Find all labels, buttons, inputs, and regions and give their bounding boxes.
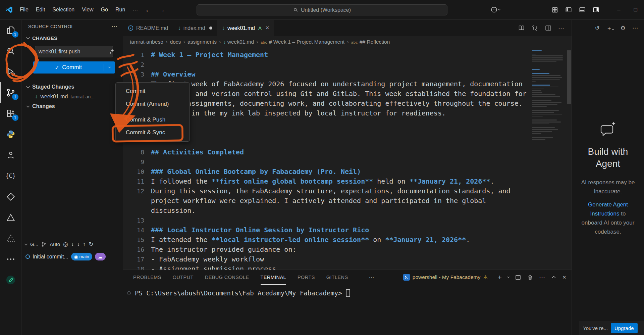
branch-badge[interactable]: ◉ main [71, 253, 92, 260]
more-actions-icon[interactable]: ⋯ [558, 25, 564, 32]
gitlens-activity-item[interactable] [0, 186, 21, 207]
menu-item-file[interactable]: File [16, 5, 32, 15]
breadcrumb-item[interactable]: assignments [187, 39, 217, 45]
more-actions-icon[interactable]: ⋯ [632, 25, 638, 32]
code-text[interactable]: - FabAcademy weekly workflow [144, 254, 264, 264]
sparkle-icon[interactable] [109, 49, 115, 54]
code-text[interactable]: The first week of FabAcademy 2026 focuse… [144, 79, 523, 89]
code-text[interactable]: practices, and version control using Git… [144, 89, 527, 99]
search-activity-item[interactable] [0, 41, 21, 61]
code-text[interactable] [144, 60, 151, 69]
maximize-button[interactable]: □ [627, 0, 644, 19]
run-debug-activity-item[interactable] [0, 61, 21, 82]
open-preview-icon[interactable] [518, 25, 525, 32]
code-text[interactable]: ### Local Instructor Online Session by I… [144, 225, 369, 235]
c-language-activity-item[interactable]: {C} [0, 165, 21, 186]
close-icon[interactable]: × [266, 25, 269, 32]
breadcrumb-item[interactable]: ↓week01.md [223, 39, 254, 45]
panel-tab-gitlens[interactable]: GITLENS [326, 270, 348, 285]
terminal-content[interactable]: PS C:\Users\abush\Documents\Fab Acedamy\… [123, 285, 572, 297]
code-text[interactable] [144, 216, 151, 225]
code-text[interactable]: discussion. [144, 206, 195, 216]
chevron-down-icon[interactable] [24, 242, 28, 245]
code-text[interactable]: During this session, the FabAcademy stru… [144, 186, 511, 196]
cloud-badge[interactable]: ☁ [95, 253, 106, 260]
chevron-down-icon[interactable] [507, 276, 509, 278]
pull-icon[interactable]: ↓ [77, 241, 80, 248]
toggle-sidebar-right-icon[interactable] [592, 5, 600, 14]
git-compare-icon[interactable] [531, 25, 538, 32]
panel-tab-debug-console[interactable]: DEBUG CONSOLE [205, 270, 249, 285]
files-activity-item[interactable]: 1 [0, 20, 21, 41]
menu-item-commit-push[interactable]: Commit & Push [116, 113, 190, 126]
auto-label[interactable]: Auto [50, 241, 60, 247]
close-panel-icon[interactable]: × [562, 274, 566, 281]
menu-item-run[interactable]: Run [112, 5, 129, 15]
upgrade-button[interactable]: Upgrade [611, 323, 638, 333]
code-text[interactable]: # Week 1 – Project Management [144, 50, 268, 60]
target-icon[interactable]: ◎ [63, 241, 68, 248]
scrollbar[interactable] [567, 50, 571, 104]
changes-collapsed-header[interactable]: Changes [21, 102, 123, 111]
chevron-down-icon[interactable] [498, 8, 500, 10]
breadcrumb-item[interactable]: tamrat-anbeso [130, 39, 163, 45]
code-text[interactable]: - Assignment submission process [144, 264, 276, 270]
more-actions-icon[interactable]: ⋯ [539, 274, 545, 281]
code-editor[interactable]: 1# Week 1 – Project Management23## Overv… [123, 48, 572, 270]
code-text[interactable]: managing assignments, documenting work, … [144, 99, 523, 108]
code-text[interactable]: ### Global Online Bootcamp by Fabacademy… [144, 167, 361, 177]
tab-index-md[interactable]: ↓index.md [173, 20, 217, 36]
trash-icon[interactable] [527, 274, 533, 281]
panel-tab-problems[interactable]: PROBLEMS [133, 270, 161, 285]
fetch-icon[interactable]: ↓ [71, 241, 74, 248]
source-control-activity-item[interactable]: 1 [0, 82, 21, 103]
code-text[interactable]: ## Overview [144, 69, 195, 79]
menu-item-commit-amend[interactable]: Commit (Amend) [116, 98, 190, 110]
python-activity-item[interactable] [0, 124, 21, 145]
menu-item-more[interactable]: ⋯ [129, 5, 142, 15]
code-text[interactable]: project workflow were explained. I activ… [144, 196, 486, 206]
panel-tab-terminal[interactable]: TERMINAL [261, 270, 286, 285]
push-icon[interactable]: ↑ [83, 241, 86, 248]
staged-changes-header[interactable]: Staged Changes [21, 82, 123, 92]
breadcrumb-item[interactable]: abc## Reflection [351, 39, 390, 45]
triangle-activity-item[interactable] [0, 207, 21, 228]
menu-item-commit[interactable]: Commit [116, 85, 190, 98]
forward-icon[interactable]: → [155, 6, 168, 14]
extensions-activity-item[interactable]: 1 [0, 103, 21, 124]
split-editor-icon[interactable] [545, 25, 552, 32]
split-terminal-icon[interactable] [515, 274, 521, 281]
terminal-tab[interactable]: powershell - My Fabacademy ⚠ [403, 274, 488, 281]
code-text[interactable]: I attended the **local instructor-led on… [144, 235, 470, 245]
dotted-triangle-activity-item[interactable] [0, 228, 21, 249]
commit-message-input[interactable] [35, 46, 113, 57]
commit-graph-row[interactable]: Initial commit... ◉ main ☁ [25, 253, 121, 260]
menu-item-commit-sync[interactable]: Commit & Sync [116, 126, 190, 139]
commit-button[interactable]: ✓ Commit [33, 61, 115, 74]
toggle-panel-icon[interactable] [578, 5, 587, 14]
new-chat-icon[interactable]: ＋ [606, 24, 614, 32]
commit-dropdown-button[interactable] [104, 64, 115, 71]
copilot-icon[interactable] [490, 5, 498, 14]
tab-week01-md[interactable]: ↓week01.mdA× [217, 20, 274, 36]
live-share-activity-item[interactable] [0, 145, 21, 165]
code-text[interactable] [144, 157, 151, 167]
panel-tab-ports[interactable]: PORTS [298, 270, 315, 285]
maximize-panel-icon[interactable] [551, 274, 557, 280]
code-text[interactable]: The instructor provided guidance on: [144, 245, 296, 254]
toggle-sidebar-left-icon[interactable] [564, 5, 573, 14]
back-icon[interactable]: ← [142, 6, 155, 14]
staged-file-row[interactable]: ↓ week01.md tamrat-an... [21, 92, 123, 102]
menu-item-view[interactable]: View [78, 5, 97, 15]
minimap[interactable] [532, 50, 566, 141]
tab-readme-md[interactable]: README.md [123, 20, 173, 36]
refresh-icon[interactable]: ↻ [89, 241, 93, 248]
pencil-activity-item[interactable] [0, 270, 21, 290]
menu-item-edit[interactable]: Edit [32, 5, 49, 15]
more-views-activity-item[interactable] [0, 249, 21, 270]
more-actions-icon[interactable]: ⋯ [369, 274, 374, 281]
panel-tab-output[interactable]: OUTPUT [173, 270, 194, 285]
gear-icon[interactable]: ⚙ [621, 25, 626, 32]
history-icon[interactable]: ↺ [595, 25, 600, 32]
new-terminal-icon[interactable]: + [498, 273, 502, 281]
